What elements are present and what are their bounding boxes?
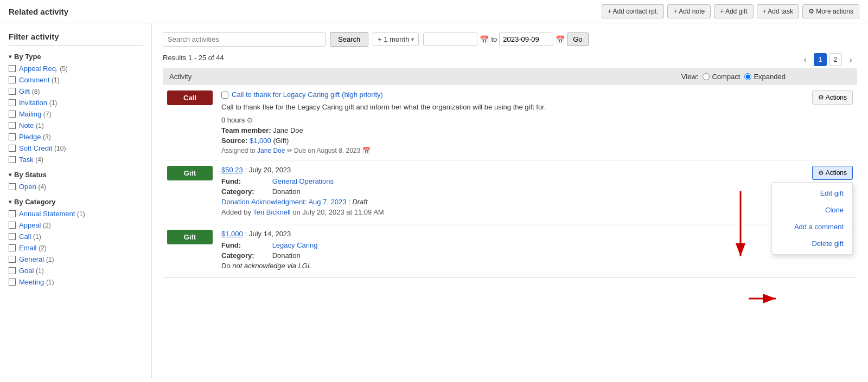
table-row: Gift $1,000 : July 14, 2023 Fund: Legacy… xyxy=(163,224,857,277)
filter-by-category-header[interactable]: ▾ By Category xyxy=(9,198,143,206)
gift1-badge: Gift xyxy=(167,166,213,180)
filter-checkbox-general[interactable] xyxy=(9,256,16,263)
add-task-button[interactable]: + Add task xyxy=(757,4,799,18)
filter-checkbox-email[interactable] xyxy=(9,244,16,251)
compact-label: Compact xyxy=(712,73,740,81)
filter-checkbox-gift[interactable] xyxy=(9,88,16,95)
compact-view-label[interactable]: Compact xyxy=(703,73,740,81)
filter-item-appeal-req: Appeal Req. (5) xyxy=(9,64,143,73)
call-assigned-link[interactable]: Jane Doe xyxy=(257,147,285,154)
date-to-input[interactable] xyxy=(499,33,553,46)
filter-link-gift[interactable]: Gift (8) xyxy=(19,87,40,95)
filter-link-appeal-req[interactable]: Appeal Req. (5) xyxy=(19,64,68,73)
date-from-input[interactable] xyxy=(423,33,477,46)
call-source-link[interactable]: $1,000 xyxy=(250,137,271,145)
filter-checkbox-pledge[interactable] xyxy=(9,133,16,140)
filter-link-pledge[interactable]: Pledge (3) xyxy=(19,133,51,141)
filter-item-gift: Gift (8) xyxy=(9,87,143,96)
search-button[interactable]: Search xyxy=(330,32,368,47)
filter-item-comment: Comment (1) xyxy=(9,75,143,85)
filter-link-mailing[interactable]: Mailing (7) xyxy=(19,110,51,118)
activity-type-gift1-cell: Gift xyxy=(163,160,217,224)
results-info: Results 1 - 25 of 44 xyxy=(163,54,224,62)
activity-header-cell: Activity View: Compact Expanded xyxy=(163,68,792,85)
page-1-button[interactable]: 1 xyxy=(814,53,827,66)
filter-checkbox-goal[interactable] xyxy=(9,267,16,274)
filter-checkbox-meeting[interactable] xyxy=(9,279,16,286)
add-comment-item[interactable]: Add a comment xyxy=(772,218,852,235)
filter-checkbox-comment[interactable] xyxy=(9,76,16,83)
go-button[interactable]: Go xyxy=(567,33,588,46)
filter-checkbox-annual-statement[interactable] xyxy=(9,210,16,217)
compact-view-radio[interactable] xyxy=(703,73,710,80)
expanded-view-radio[interactable] xyxy=(744,73,751,80)
filter-checkbox-call-cat[interactable] xyxy=(9,233,16,240)
filter-link-goal[interactable]: Goal (1) xyxy=(19,267,44,275)
filter-link-general[interactable]: General (1) xyxy=(19,255,54,263)
next-page-button[interactable]: › xyxy=(844,53,857,66)
by-type-label: By Type xyxy=(14,53,41,61)
filter-checkbox-appeal-req[interactable] xyxy=(9,65,16,72)
calendar-from-icon[interactable]: 📅 xyxy=(480,35,489,44)
filter-link-meeting[interactable]: Meeting (1) xyxy=(19,278,54,286)
add-contact-rpt-button[interactable]: + Add contact rpt. xyxy=(602,4,665,18)
more-actions-button[interactable]: ⚙ More actions xyxy=(802,4,859,18)
pagination: ‹ 1 2 › xyxy=(799,53,857,66)
search-input[interactable] xyxy=(163,32,326,47)
filter-item-call-cat: Call (1) xyxy=(9,232,143,241)
filter-checkbox-note[interactable] xyxy=(9,122,16,129)
gift2-fund-link[interactable]: Legacy Caring xyxy=(272,241,318,249)
to-label: to xyxy=(491,35,497,43)
call-checkbox[interactable] xyxy=(221,92,228,99)
filter-link-open[interactable]: Open (4) xyxy=(19,183,46,191)
filter-link-annual-statement[interactable]: Annual Statement (1) xyxy=(19,210,85,218)
filter-link-call-cat[interactable]: Call (1) xyxy=(19,232,41,241)
gift2-amount-link[interactable]: $1,000 xyxy=(221,230,243,238)
gift1-dropdown-menu: Edit gift Clone Add a comment Delete gif… xyxy=(771,182,853,255)
filter-link-task[interactable]: Task (4) xyxy=(19,156,43,164)
filter-item-pledge: Pledge (3) xyxy=(9,132,143,141)
expanded-view-label[interactable]: Expanded xyxy=(744,73,786,81)
prev-page-button[interactable]: ‹ xyxy=(799,53,812,66)
gift1-category: Category: Donation xyxy=(221,187,788,196)
filter-checkbox-appeal[interactable] xyxy=(9,222,16,229)
calendar-to-icon[interactable]: 📅 xyxy=(556,35,565,44)
filter-link-appeal[interactable]: Appeal (2) xyxy=(19,221,51,229)
gift1-actions-button[interactable]: ⚙ Actions xyxy=(812,166,853,180)
filter-item-annual-statement: Annual Statement (1) xyxy=(9,209,143,218)
gift2-category: Category: Donation xyxy=(221,251,788,260)
call-title-link[interactable]: Call to thank for Legacy Caring gift (hi… xyxy=(232,90,383,99)
add-note-button[interactable]: + Add note xyxy=(667,4,711,18)
top-bar-actions: + Add contact rpt. + Add note + Add gift… xyxy=(602,4,859,18)
content-area: Search + 1 month ▾ 📅 to 📅 Go Results 1 -… xyxy=(152,23,868,378)
filter-checkbox-open[interactable] xyxy=(9,183,16,190)
filter-link-comment[interactable]: Comment (1) xyxy=(19,76,60,84)
gift1-amount-link[interactable]: $50.23 xyxy=(221,166,243,174)
gift1-ack-link[interactable]: Donation Acknowledgment: Aug 7, 2023 xyxy=(221,198,347,206)
gift1-fund-link[interactable]: General Operations xyxy=(272,177,334,185)
filter-link-email[interactable]: Email (2) xyxy=(19,244,47,252)
main-layout: Filter activity ▾ By Type Appeal Req. (5… xyxy=(0,23,868,378)
gift1-content-cell: $50.23 : July 20, 2023 Fund: General Ope… xyxy=(217,160,792,224)
page-2-button[interactable]: 2 xyxy=(829,53,842,66)
filter-link-soft-credit[interactable]: Soft Credit (10) xyxy=(19,144,66,152)
filter-link-note[interactable]: Note (1) xyxy=(19,121,44,130)
filter-by-status-header[interactable]: ▾ By Status xyxy=(9,171,143,179)
filter-link-invitation[interactable]: Invitation (1) xyxy=(19,99,57,107)
filter-checkbox-invitation[interactable] xyxy=(9,99,16,106)
filter-by-type-header[interactable]: ▾ By Type xyxy=(9,53,143,61)
filter-section-by-status: ▾ By Status Open (4) xyxy=(9,171,143,191)
call-actions-button[interactable]: ⚙ Actions xyxy=(812,90,853,105)
gift1-added-by-link[interactable]: Teri Bicknell xyxy=(253,208,290,216)
add-gift-button[interactable]: + Add gift xyxy=(714,4,753,18)
filter-checkbox-mailing[interactable] xyxy=(9,111,16,118)
filter-checkbox-soft-credit[interactable] xyxy=(9,145,16,152)
delete-gift-item[interactable]: Delete gift xyxy=(772,235,852,252)
month-dropdown-icon: ▾ xyxy=(411,36,414,42)
call-hours: 0 hours ⊙ xyxy=(221,116,788,124)
date-range: 📅 to 📅 Go xyxy=(423,33,588,46)
filter-checkbox-task[interactable] xyxy=(9,156,16,163)
month-selector[interactable]: + 1 month ▾ xyxy=(373,33,419,46)
clone-item[interactable]: Clone xyxy=(772,202,852,218)
edit-gift-item[interactable]: Edit gift xyxy=(772,185,852,202)
